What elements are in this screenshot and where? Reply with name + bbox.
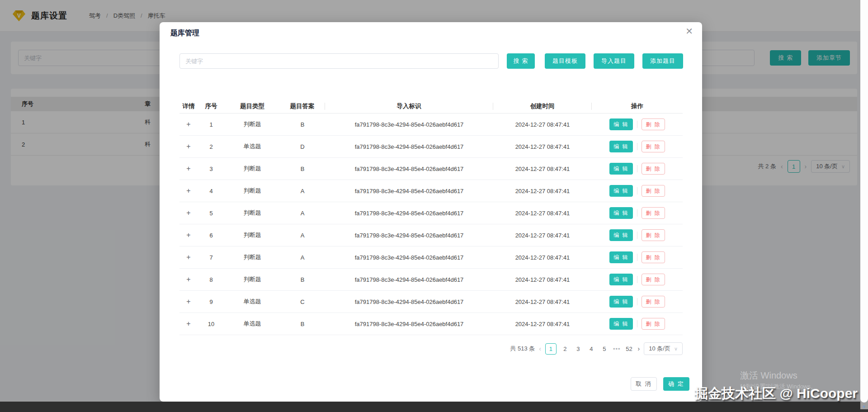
expand-row-icon[interactable]: + bbox=[186, 298, 190, 305]
edit-button[interactable]: 编 辑 bbox=[609, 251, 633, 263]
prev-page-arrow[interactable]: ‹ bbox=[539, 345, 541, 352]
question-row: + 8 判断题 B fa791798-8c3e-4294-85e4-026aeb… bbox=[179, 269, 683, 291]
edit-button[interactable]: 编 辑 bbox=[609, 185, 633, 197]
page-number-active[interactable]: 1 bbox=[545, 343, 557, 355]
page-size-value: 10 条/页 bbox=[649, 345, 670, 353]
cancel-button[interactable]: 取 消 bbox=[631, 377, 657, 391]
edit-button[interactable]: 编 辑 bbox=[609, 207, 633, 219]
delete-button[interactable]: 删 除 bbox=[642, 185, 665, 197]
expand-row-icon[interactable]: + bbox=[186, 187, 190, 194]
scrollbar-thumb[interactable] bbox=[860, 0, 868, 403]
delete-button[interactable]: 删 除 bbox=[642, 229, 665, 241]
page-number[interactable]: 5 bbox=[600, 346, 609, 352]
question-bank-modal: 题库管理 ✕ 搜 索 题目模板 导入题目 添加题目 详情 序号 题目类型 题目答… bbox=[160, 22, 702, 402]
operation-divider bbox=[637, 121, 637, 128]
question-row: + 7 判断题 A fa791798-8c3e-4294-85e4-026aeb… bbox=[179, 246, 683, 269]
edit-button[interactable]: 编 辑 bbox=[609, 229, 633, 241]
col-import-id: 导入标识 bbox=[325, 103, 493, 110]
modal-toolbar: 搜 索 题目模板 导入题目 添加题目 bbox=[507, 53, 683, 69]
edit-button[interactable]: 编 辑 bbox=[609, 141, 633, 152]
cell-import-id: fa791798-8c3e-4294-85e4-026aebf4d617 bbox=[325, 276, 493, 283]
edit-button[interactable]: 编 辑 bbox=[609, 163, 633, 175]
expand-row-icon[interactable]: + bbox=[186, 320, 190, 327]
delete-button[interactable]: 删 除 bbox=[642, 207, 665, 219]
cell-answer: B bbox=[280, 321, 325, 327]
cell-import-id: fa791798-8c3e-4294-85e4-026aebf4d617 bbox=[325, 121, 493, 128]
delete-button[interactable]: 删 除 bbox=[642, 318, 665, 330]
windows-activate-title: 激活 Windows bbox=[740, 369, 797, 382]
pagination-ellipsis-icon[interactable]: ••• bbox=[613, 346, 621, 352]
edit-button[interactable]: 编 辑 bbox=[609, 118, 633, 130]
cell-type: 判断题 bbox=[225, 165, 280, 173]
col-type: 题目类型 bbox=[225, 103, 280, 110]
cell-answer: C bbox=[280, 298, 325, 305]
row-operations: 编 辑 删 除 bbox=[609, 141, 665, 152]
col-no: 序号 bbox=[198, 103, 225, 110]
expand-row-icon[interactable]: + bbox=[186, 232, 190, 239]
page-number[interactable]: 3 bbox=[574, 346, 583, 352]
operation-divider bbox=[637, 209, 637, 217]
cell-no: 2 bbox=[198, 143, 225, 150]
delete-button[interactable]: 删 除 bbox=[642, 296, 665, 308]
delete-button[interactable]: 删 除 bbox=[642, 141, 665, 152]
add-question-button[interactable]: 添加题目 bbox=[642, 53, 683, 69]
cell-type: 判断题 bbox=[225, 120, 280, 128]
question-row: + 9 单选题 C fa791798-8c3e-4294-85e4-026aeb… bbox=[179, 291, 683, 313]
edit-button[interactable]: 编 辑 bbox=[609, 318, 633, 330]
cell-created-at: 2024-12-27 08:47:41 bbox=[493, 276, 592, 283]
delete-button[interactable]: 删 除 bbox=[642, 251, 665, 263]
expand-row-icon[interactable]: + bbox=[186, 254, 190, 261]
delete-button[interactable]: 删 除 bbox=[642, 274, 665, 285]
edit-button[interactable]: 编 辑 bbox=[609, 274, 633, 285]
cell-created-at: 2024-12-27 08:47:41 bbox=[493, 188, 592, 194]
cell-answer: B bbox=[280, 121, 325, 128]
question-row: + 5 判断题 A fa791798-8c3e-4294-85e4-026aeb… bbox=[179, 202, 683, 224]
cell-answer: A bbox=[280, 210, 325, 217]
row-operations: 编 辑 删 除 bbox=[609, 318, 665, 330]
row-operations: 编 辑 删 除 bbox=[609, 229, 665, 241]
question-template-button[interactable]: 题目模板 bbox=[545, 53, 585, 69]
expand-row-icon[interactable]: + bbox=[186, 121, 190, 128]
cell-no: 6 bbox=[198, 232, 225, 239]
expand-row-icon[interactable]: + bbox=[186, 143, 190, 150]
cell-created-at: 2024-12-27 08:47:41 bbox=[493, 166, 592, 172]
operation-divider bbox=[637, 232, 637, 239]
cell-created-at: 2024-12-27 08:47:41 bbox=[493, 254, 592, 261]
row-operations: 编 辑 删 除 bbox=[609, 185, 665, 197]
scroll-down-arrow-icon[interactable]: ▼ bbox=[862, 404, 866, 409]
row-operations: 编 辑 删 除 bbox=[609, 207, 665, 219]
page-number-last[interactable]: 52 bbox=[625, 346, 634, 352]
cell-type: 判断题 bbox=[225, 209, 280, 217]
scrollbar-track[interactable]: ▼ bbox=[860, 0, 868, 412]
delete-button[interactable]: 删 除 bbox=[642, 163, 665, 175]
questions-table-header: 详情 序号 题目类型 题目答案 导入标识 创建时间 操作 bbox=[179, 99, 683, 114]
delete-button[interactable]: 删 除 bbox=[642, 118, 665, 130]
modal-total-count: 共 513 条 bbox=[510, 345, 535, 353]
expand-row-icon[interactable]: + bbox=[186, 276, 190, 283]
operation-divider bbox=[637, 187, 637, 194]
modal-keyword-input[interactable] bbox=[179, 53, 499, 69]
expand-row-icon[interactable]: + bbox=[186, 209, 190, 217]
edit-button[interactable]: 编 辑 bbox=[609, 296, 633, 308]
row-operations: 编 辑 删 除 bbox=[609, 296, 665, 308]
expand-row-icon[interactable]: + bbox=[186, 165, 190, 172]
questions-table: 详情 序号 题目类型 题目答案 导入标识 创建时间 操作 + 1 判断题 B f… bbox=[179, 99, 683, 335]
cell-no: 3 bbox=[198, 166, 225, 172]
cell-answer: A bbox=[280, 188, 325, 194]
close-icon[interactable]: ✕ bbox=[685, 27, 693, 36]
cell-type: 判断题 bbox=[225, 231, 280, 239]
import-questions-button[interactable]: 导入题目 bbox=[594, 53, 634, 69]
page-number[interactable]: 2 bbox=[561, 346, 570, 352]
next-page-arrow[interactable]: › bbox=[638, 345, 640, 352]
modal-search-button[interactable]: 搜 索 bbox=[507, 53, 535, 69]
page-size-select[interactable]: 10 条/页 ∨ bbox=[644, 342, 683, 355]
cell-created-at: 2024-12-27 08:47:41 bbox=[493, 143, 592, 150]
cell-created-at: 2024-12-27 08:47:41 bbox=[493, 232, 592, 239]
question-row: + 4 判断题 A fa791798-8c3e-4294-85e4-026aeb… bbox=[179, 180, 683, 202]
operation-divider bbox=[637, 143, 637, 150]
operation-divider bbox=[637, 276, 637, 283]
page-number[interactable]: 4 bbox=[587, 346, 596, 352]
question-row: + 3 判断题 B fa791798-8c3e-4294-85e4-026aeb… bbox=[179, 158, 683, 180]
confirm-button[interactable]: 确 定 bbox=[663, 377, 689, 391]
cell-type: 判断题 bbox=[225, 253, 280, 261]
